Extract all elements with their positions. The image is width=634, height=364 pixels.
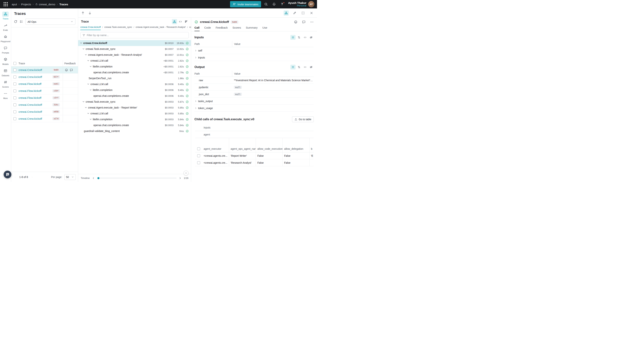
row-checkbox[interactable]	[14, 68, 16, 72]
collapse-node-icon[interactable]	[82, 100, 85, 103]
trace-row-a17d[interactable]: crewai.Crew.kickoffa17d	[11, 115, 78, 122]
expand-values-button[interactable]	[296, 65, 301, 70]
tree-row-15[interactable]: guardrail-validate_blog_content0ms	[78, 128, 191, 134]
timeline-slider[interactable]	[97, 178, 176, 178]
kv-row-self[interactable]: self	[194, 47, 314, 54]
expand-row-icon[interactable]	[194, 107, 197, 110]
tree-row-1[interactable]: crewai.Task.execute_sync$0.000713.92s	[78, 46, 191, 52]
page-next-icon[interactable]	[31, 176, 34, 179]
trace-op-link[interactable]: crewai.Crew.kickoff	[19, 101, 49, 108]
expand-values-button[interactable]	[296, 35, 301, 40]
trace-row-eab1[interactable]: crewai.Flow.kickoffeab1	[11, 80, 78, 88]
collapse-node-icon[interactable]	[82, 48, 85, 50]
collapse-timeline-button[interactable]	[184, 171, 188, 176]
tree-row-8[interactable]: litellm.completion$0.00069.40s	[78, 87, 191, 93]
avatar[interactable]: AT	[308, 1, 314, 7]
emoji-reaction-icon[interactable]	[294, 20, 297, 24]
timeline-prev-icon[interactable]	[92, 177, 95, 180]
notifications-bell-icon[interactable]	[272, 2, 276, 6]
tree-row-0[interactable]: crewai.Crew.kickoff$0.001019.83s	[78, 40, 191, 46]
breadcrumb-project[interactable]: crewai_demo	[35, 3, 55, 6]
timeline-slider-handle[interactable]	[97, 177, 99, 179]
collapse-node-icon[interactable]	[89, 88, 92, 92]
breadcrumb-page[interactable]: Traces	[60, 3, 68, 6]
list-view-button[interactable]	[290, 35, 295, 40]
tree-row-7[interactable]: crewai.LLM.call$0.00069.40s	[78, 81, 191, 87]
row-checkbox[interactable]	[14, 117, 16, 120]
code-view-button[interactable]	[302, 65, 308, 70]
trace-op-link[interactable]: crewai.Crew.kickoff	[19, 74, 49, 80]
trace-row-657f[interactable]: crewai.Crew.kickoff657f	[11, 74, 78, 80]
sidebar-item-prompts[interactable]: Prompts	[0, 45, 11, 55]
more-options-icon[interactable]	[310, 20, 314, 24]
collapse-node-icon[interactable]	[87, 59, 90, 62]
row-checkbox[interactable]	[197, 161, 200, 164]
trace-op-link[interactable]: crewai.Flow.kickoff	[19, 80, 49, 88]
trace-op-link[interactable]: crewai.Flow.kickoff	[19, 88, 49, 94]
collapse-node-icon[interactable]	[87, 83, 90, 86]
row-checkbox[interactable]	[14, 90, 16, 92]
trace-op-link[interactable]: crewai.Crew.kickoff	[19, 115, 49, 122]
timeline-next-icon[interactable]	[179, 177, 182, 180]
row-checkbox[interactable]	[197, 154, 200, 157]
sidebar-item-scorers[interactable]: Scorers	[0, 79, 11, 89]
breadcrumb-entity[interactable]: ayut	[12, 3, 17, 6]
child-call-row-1[interactable]: <crewai.agents.cre...'Research Analyst'F…	[195, 159, 314, 166]
hide-empty-button[interactable]	[308, 65, 314, 70]
tree-row-10[interactable]: crewai.Task.execute_sync$0.00035.87s	[78, 99, 191, 105]
trace-row-316c[interactable]: crewai.Crew.kickoff316c	[11, 101, 78, 108]
toggle-tree-view-button[interactable]	[284, 10, 289, 16]
ops-filter-select[interactable]: All Ops	[26, 18, 75, 25]
row-checkbox[interactable]	[14, 82, 16, 86]
search-icon[interactable]	[264, 2, 268, 6]
code-view-button[interactable]	[302, 35, 308, 40]
trace-op-link[interactable]: crewai.Flow.kickoff	[19, 94, 49, 101]
code-view-button[interactable]	[178, 19, 183, 24]
trace-row-9d89[interactable]: crewai.Crew.kickoff9d89	[11, 66, 78, 74]
column-settings-icon[interactable]	[20, 20, 23, 24]
prev-call-icon[interactable]	[81, 11, 85, 15]
page-prev-icon[interactable]	[14, 176, 17, 179]
user-menu[interactable]: Ayush Thakur Personal	[288, 1, 306, 7]
collapse-node-icon[interactable]	[87, 112, 90, 115]
hide-empty-button[interactable]	[308, 35, 314, 40]
per-page-select[interactable]: 50	[64, 174, 76, 180]
tab-use[interactable]: Use	[262, 26, 267, 31]
trace-op-link[interactable]: crewai.Crew.kickoff	[19, 66, 49, 74]
breadcrumb-projects[interactable]: Projects	[21, 3, 31, 6]
go-to-table-button[interactable]: Go to table	[292, 116, 314, 122]
trace-op-link[interactable]: crewai.Crew.kickoff	[19, 108, 49, 115]
expand-row-icon[interactable]	[194, 49, 197, 52]
expand-row-icon[interactable]	[194, 100, 197, 102]
refresh-icon[interactable]	[14, 20, 18, 24]
path-tab-3[interactable]: crewai.LLM.cal	[189, 26, 191, 30]
comment-icon[interactable]	[302, 20, 306, 24]
tab-call[interactable]: Call	[194, 26, 200, 31]
kv-row-inputs[interactable]: inputs	[194, 54, 314, 61]
invite-teammates-button[interactable]: Invite teammates	[230, 1, 261, 7]
collapse-node-icon[interactable]	[84, 106, 87, 109]
edit-call-button[interactable]	[292, 10, 297, 16]
select-all-checkbox[interactable]	[197, 147, 200, 150]
row-checkbox[interactable]	[14, 103, 16, 106]
row-checkbox[interactable]	[14, 96, 16, 99]
tree-row-6[interactable]: SerperDevTool._run1.66s	[78, 75, 191, 81]
tree-row-12[interactable]: crewai.LLM.call$0.00035.85s	[78, 110, 191, 116]
wandb-logo[interactable]	[3, 2, 9, 7]
tree-row-11[interactable]: crewai.Agent.execute_task - 'Report Writ…	[78, 105, 191, 110]
sidebar-item-datasets[interactable]: Datasets	[0, 68, 11, 78]
expand-row-icon[interactable]	[194, 56, 197, 59]
path-tab-0[interactable]: crewai.Crew.kickoff	[80, 26, 101, 30]
trace-row-e058[interactable]: crewai.Crew.kickoffe058	[11, 108, 78, 115]
comment-feedback-icon[interactable]	[70, 68, 73, 72]
tree-row-3[interactable]: crewai.LLM.call<$0.00012.82s	[78, 58, 191, 64]
tab-feedback[interactable]: Feedback	[216, 26, 228, 31]
emoji-feedback-icon[interactable]	[65, 68, 68, 72]
kv-row-token-usage[interactable]: token_usage	[194, 105, 314, 112]
sidebar-item-playground[interactable]: Playground	[0, 33, 11, 44]
tree-row-4[interactable]: litellm.completion<$0.00012.82s	[78, 64, 191, 70]
tree-row-9[interactable]: openai.chat.completions.create$0.00069.4…	[78, 93, 191, 99]
collapse-node-icon[interactable]	[89, 118, 92, 121]
kv-row-tasks-output[interactable]: tasks_output	[194, 98, 314, 105]
sidebar-item-traces[interactable]: Traces	[0, 11, 11, 21]
